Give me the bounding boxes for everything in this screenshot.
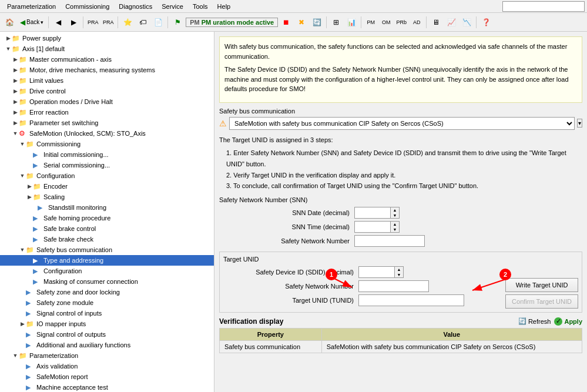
tree-scaling[interactable]: ▶ 📁 Scaling xyxy=(0,192,214,202)
sdid-spinner: 1 ▲ ▼ xyxy=(358,266,404,278)
safety-bus-dropdown[interactable]: SafeMotion with safety bus communication… xyxy=(229,117,575,130)
sdid-field[interactable]: 1 xyxy=(359,267,394,277)
monitor-btn[interactable]: 🖥 xyxy=(429,15,443,29)
tree-signal-outputs[interactable]: ▶ Signal control of outputs xyxy=(0,329,214,340)
snn-time-up[interactable]: ▲ xyxy=(391,222,399,227)
tree-machine-acceptance[interactable]: ▶ Machine acceptance test xyxy=(0,382,214,392)
snn-date-down[interactable]: ▼ xyxy=(391,213,399,218)
nav-fwd-btn[interactable]: ▶ xyxy=(66,15,80,29)
target-snn-field[interactable]: 0x000600000001 xyxy=(358,280,429,292)
tree-io-mapper[interactable]: ▶ 📁 IO mapper inputs xyxy=(0,319,214,329)
tree-safety-zone[interactable]: ▶ Safety zone and door locking xyxy=(0,287,214,297)
chart-btn[interactable]: 📈 xyxy=(444,15,458,29)
tunid-field[interactable]: 0x00000001006000001 xyxy=(358,294,464,306)
tree-commissioning-folder[interactable]: ▼ 📁 Commissioning xyxy=(0,139,214,149)
nav-back-btn[interactable]: ◀ xyxy=(51,15,65,29)
sep7 xyxy=(426,16,427,28)
menu-parameterization[interactable]: Parameterization xyxy=(2,2,61,11)
flag-btn[interactable]: ⚑ xyxy=(170,15,185,29)
tree-safety-zone-module[interactable]: ▶ Safety zone module xyxy=(0,297,214,308)
expand-icon xyxy=(26,278,33,285)
tree-safemotion-report[interactable]: ▶ SafeMotion report xyxy=(0,371,214,382)
apply-button[interactable]: ✓ Apply xyxy=(554,317,582,326)
tree-safety-bus-folder[interactable]: ▼ 📁 Safety bus communication xyxy=(0,244,214,255)
om-btn[interactable]: OM xyxy=(379,15,393,29)
tree-safemotion[interactable]: ▼ ⚙ SafeMotion (Unlocked, SCM): STO_Axis xyxy=(0,128,214,139)
tree-param-switching[interactable]: ▶ 📁 Parameter set switching xyxy=(0,118,214,128)
toolbar: 🏠 ◀ Back ▾ ◀ ▶ PRA PRA ⭐ 🏷 📄 ⚑ PM PM ura… xyxy=(0,13,587,32)
tree-item-label: Machine acceptance test xyxy=(36,384,108,391)
grid-btn[interactable]: ⊞ xyxy=(329,15,343,29)
sdid-down[interactable]: ▼ xyxy=(395,272,403,277)
tree-standstill[interactable]: ▶ Standstill monitoring xyxy=(0,202,214,213)
main-layout: ▶ 📁 Power supply ▼ 📁 Axis [1] default ▶ … xyxy=(0,32,587,392)
tree-motor[interactable]: ▶ 📁 Motor, drive mechanics, measuring sy… xyxy=(0,65,214,75)
confirm-target-unid-btn[interactable]: Confirm Target UNID xyxy=(505,294,578,309)
snn-time-field[interactable]: 1 xyxy=(355,222,390,232)
pra-btn2[interactable]: PRA xyxy=(101,15,115,29)
tree-operation-modes[interactable]: ▶ 📁 Operation modes / Drive Halt xyxy=(0,96,214,107)
tree-master-comm[interactable]: ▶ 📁 Master communication - axis xyxy=(0,54,214,65)
tree-type-addressing[interactable]: ▶ Type and addressing xyxy=(0,255,214,266)
menu-diagnostics[interactable]: Diagnostics xyxy=(114,2,157,11)
tree-item-label: Parameterization xyxy=(29,352,78,359)
snn-date-up[interactable]: ▲ xyxy=(391,207,399,213)
tree-bus-configuration[interactable]: ▶ Configuration xyxy=(0,266,214,276)
tree-safe-brake-control[interactable]: ▶ Safe brake control xyxy=(0,223,214,234)
tree-limit-values[interactable]: ▶ 📁 Limit values xyxy=(0,75,214,86)
pra-btn1[interactable]: PRA xyxy=(86,15,100,29)
snn-date-field[interactable]: 6 xyxy=(355,207,390,218)
snn-date-label: SNN Date (decimal) xyxy=(219,209,354,216)
pm2-btn[interactable]: PM xyxy=(364,15,378,29)
tree-serial-commissioning[interactable]: ▶ Serial commissioning... xyxy=(0,160,214,170)
tree-safe-homing[interactable]: ▶ Safe homing procedure xyxy=(0,213,214,223)
diag-btn[interactable]: 📊 xyxy=(344,15,358,29)
tree-item-label: Masking of consumer connection xyxy=(43,278,138,285)
tag-btn[interactable]: 🏷 xyxy=(136,15,150,29)
tree-axis-validation[interactable]: ▶ Axis validation xyxy=(0,361,214,371)
snn-time-down[interactable]: ▼ xyxy=(391,227,399,232)
search-input[interactable] xyxy=(502,1,585,12)
dropdown-arrow[interactable]: ▾ xyxy=(577,119,582,128)
tree-item-label: Signal control of inputs xyxy=(36,310,102,317)
tree-error-reaction[interactable]: ▶ 📁 Error reaction xyxy=(0,107,214,118)
tree-additional[interactable]: ▶ Additional and auxiliary functions xyxy=(0,340,214,350)
menu-tools[interactable]: Tools xyxy=(188,2,213,11)
stop-btn[interactable]: ⏹ xyxy=(279,15,293,29)
star-btn[interactable]: ⭐ xyxy=(120,15,135,29)
menu-service[interactable]: Service xyxy=(157,2,188,11)
doc-btn[interactable]: 📄 xyxy=(151,15,165,29)
snn-number-field[interactable]: 0x000600000001 xyxy=(354,235,425,247)
menu-commissioning[interactable]: Commissioning xyxy=(61,2,114,11)
write-target-unid-btn[interactable]: Write Target UNID xyxy=(505,278,578,292)
tree-masking[interactable]: ▶ Masking of consumer connection xyxy=(0,276,214,287)
help-icon-btn[interactable]: ❓ xyxy=(479,15,493,29)
tree-configuration-folder[interactable]: ▼ 📁 Configuration xyxy=(0,170,214,181)
sep5 xyxy=(326,16,327,28)
tree-power-supply[interactable]: ▶ 📁 Power supply xyxy=(0,33,214,43)
snn-date-spin-btns: ▲ ▼ xyxy=(390,207,399,218)
refresh-button[interactable]: 🔄 Refresh xyxy=(518,317,551,325)
tree-item-label: Scaling xyxy=(43,193,65,200)
right-scroll-area[interactable]: With safety bus communication, the safet… xyxy=(214,32,587,392)
tree-initial-commissioning[interactable]: ▶ Initial commissioning... xyxy=(0,149,214,160)
home-btn[interactable]: 🏠 xyxy=(2,15,16,29)
back-btn[interactable]: ◀ Back ▾ xyxy=(18,15,46,29)
refresh2-btn[interactable]: 🔄 xyxy=(310,15,324,29)
sdid-up[interactable]: ▲ xyxy=(395,267,403,272)
dropdown-row: ⚠ SafeMotion with safety bus communicati… xyxy=(219,117,582,130)
expand-icon: ▶ xyxy=(12,66,19,73)
tree-signal-inputs[interactable]: ▶ Signal control of inputs xyxy=(0,308,214,319)
tree-parameterization[interactable]: ▼ 📁 Parameterization xyxy=(0,350,214,361)
ad-btn[interactable]: AD xyxy=(410,15,424,29)
tree-drive-control[interactable]: ▶ 📁 Drive control xyxy=(0,86,214,96)
tree-axis-default[interactable]: ▼ 📁 Axis [1] default xyxy=(0,43,214,54)
tree-encoder[interactable]: ▶ 📁 Encoder xyxy=(0,181,214,192)
cancel-btn[interactable]: ✖ xyxy=(294,15,308,29)
prb-btn[interactable]: PRb xyxy=(394,15,408,29)
menu-help[interactable]: Help xyxy=(213,2,236,11)
snn-number-row: Safety Network Number 0x000600000001 xyxy=(219,235,582,247)
tree-safe-brake-check[interactable]: ▶ Safe brake check xyxy=(0,234,214,244)
scope-btn[interactable]: 📉 xyxy=(459,15,474,29)
tree-item-label: Type and addressing xyxy=(43,257,103,264)
